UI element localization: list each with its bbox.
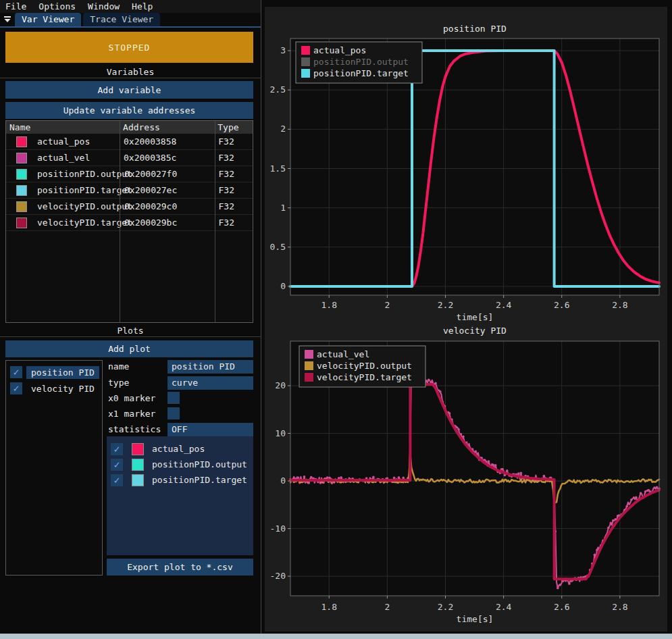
series-dot (506, 469, 509, 472)
variable-color-swatch (16, 218, 27, 228)
x-tick-label: 2.4 (496, 300, 512, 310)
add-variable-button[interactable]: Add variable (5, 81, 253, 99)
variable-color-swatch (16, 136, 27, 147)
legend-swatch (305, 373, 313, 382)
name-label: name (108, 360, 129, 374)
series-label: actual_pos (152, 444, 205, 454)
table-row[interactable]: velocityPID.target0x200029bcF32 (6, 215, 253, 231)
tab-trace-viewer[interactable]: Trace Viewer (83, 13, 160, 26)
series-checkbox[interactable]: ✓ (111, 474, 123, 486)
menu-item-window[interactable]: Window (88, 1, 120, 11)
series-row[interactable]: ✓actual_pos (111, 441, 253, 457)
legend-label[interactable]: positionPID.output (313, 57, 409, 67)
plot-checkbox[interactable]: ✓ (10, 366, 22, 378)
y-tick-label: -10 (270, 523, 286, 534)
legend-label[interactable]: actual_vel (317, 349, 369, 359)
window-bottom-strip (0, 634, 672, 639)
column-divider (120, 121, 120, 322)
cell-type: F32 (215, 201, 253, 211)
x-tick-label: 2 (384, 300, 390, 310)
series-dot (296, 476, 299, 479)
plot-list: ✓position PID✓velocity PID (5, 360, 103, 576)
plot-type-select[interactable]: curve (167, 376, 253, 390)
menu-item-options[interactable]: Options (38, 1, 76, 11)
series-dot (633, 496, 636, 499)
menu-item-help[interactable]: Help (132, 1, 153, 11)
cell-name: velocityPID.output (6, 201, 120, 212)
table-row[interactable]: positionPID.target0x200027ecF32 (6, 182, 253, 199)
x-axis-label: time[s] (457, 312, 494, 322)
y-tick-label: 2.5 (270, 84, 286, 95)
menu-item-file[interactable]: File (5, 1, 26, 11)
x-tick-label: 2.6 (554, 300, 569, 310)
series-dot (303, 476, 306, 478)
table-row[interactable]: actual_pos0x20003858F32 (6, 134, 253, 150)
cell-name: actual_pos (6, 136, 120, 147)
x0-marker-checkbox[interactable] (167, 392, 180, 404)
series-dot (393, 476, 396, 479)
series-dot (610, 522, 613, 525)
tab-var-viewer[interactable]: Var Viewer (15, 13, 81, 26)
table-row[interactable]: velocityPID.output0x200029c0F32 (6, 199, 253, 215)
status-stopped-button[interactable]: STOPPED (5, 32, 253, 63)
legend-label[interactable]: velocityPID.output (317, 361, 412, 371)
series-dot (543, 475, 546, 478)
statistics-select[interactable]: OFF (167, 423, 253, 436)
series-dot (568, 583, 571, 586)
series-dot (310, 476, 313, 479)
separator (0, 78, 261, 78)
cell-address: 0x200029bc (120, 218, 215, 228)
series-checkbox[interactable]: ✓ (111, 443, 123, 455)
cell-address: 0x2000385c (120, 153, 214, 163)
tab-bar: Var ViewerTrace Viewer (0, 13, 261, 28)
series-dot (488, 460, 490, 463)
series-dot (517, 472, 520, 475)
series-dot (372, 476, 375, 479)
table-row[interactable]: positionPID.output0x200027f0F32 (6, 166, 253, 182)
variable-color-swatch (16, 153, 27, 163)
series-label: positionPID.output (152, 459, 247, 469)
plot-item-label[interactable]: position PID (26, 366, 99, 379)
legend-label[interactable]: velocityPID.target (317, 372, 412, 382)
series-checkbox[interactable]: ✓ (111, 459, 123, 471)
x1-marker-label: x1 marker (108, 407, 155, 421)
series-dot (640, 492, 642, 494)
series-dot (326, 476, 329, 479)
legend-swatch (301, 69, 310, 78)
series-row[interactable]: ✓positionPID.target (111, 472, 253, 488)
x1-marker-checkbox[interactable] (167, 407, 180, 419)
series-row[interactable]: ✓positionPID.output (111, 457, 253, 472)
plot-item-label[interactable]: velocity PID (26, 382, 99, 395)
series-dot (448, 412, 451, 415)
legend-swatch (301, 46, 310, 55)
series-dot (520, 472, 523, 475)
status-stopped-label: STOPPED (109, 43, 151, 53)
plot-list-item[interactable]: ✓velocity PID (10, 380, 102, 397)
legend-label[interactable]: actual_pos (313, 45, 366, 55)
series-dot (617, 515, 619, 517)
plot-checkbox[interactable]: ✓ (10, 382, 22, 394)
add-plot-button[interactable]: Add plot (5, 340, 253, 357)
update-variable-addresses-button[interactable]: Update variable addresses (5, 102, 253, 119)
y-tick-label: 0.5 (270, 242, 286, 252)
series-dot (439, 390, 442, 393)
collapse-tabs-icon[interactable] (2, 14, 13, 25)
series-dot (653, 486, 656, 489)
plot-name-input[interactable]: position PID (167, 360, 253, 374)
plot-list-item[interactable]: ✓position PID (10, 364, 102, 380)
variable-name: positionPID.target (37, 185, 132, 195)
y-tick-label: 2 (280, 124, 286, 134)
series-dot (501, 468, 504, 471)
cell-type: F32 (214, 153, 253, 163)
series-color-swatch (132, 474, 144, 486)
series-dot (457, 428, 460, 431)
legend-label[interactable]: positionPID.target (313, 68, 409, 78)
column-header-name: Name (6, 122, 120, 132)
cell-name: positionPID.output (6, 169, 120, 180)
x-tick-label: 2.2 (438, 602, 453, 612)
series-dot (402, 477, 405, 480)
series-dot (494, 464, 497, 467)
legend-swatch (305, 350, 313, 359)
table-row[interactable]: actual_vel0x2000385cF32 (6, 150, 253, 166)
export-csv-button[interactable]: Export plot to *.csv (107, 559, 253, 576)
